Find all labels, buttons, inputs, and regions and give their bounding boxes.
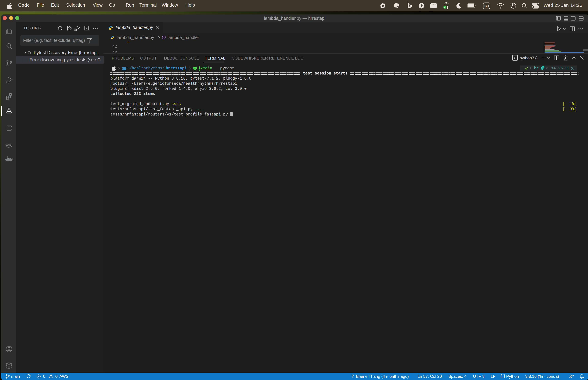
svg-text:aws: aws bbox=[6, 143, 12, 146]
svg-text:BR: BR bbox=[484, 4, 489, 8]
